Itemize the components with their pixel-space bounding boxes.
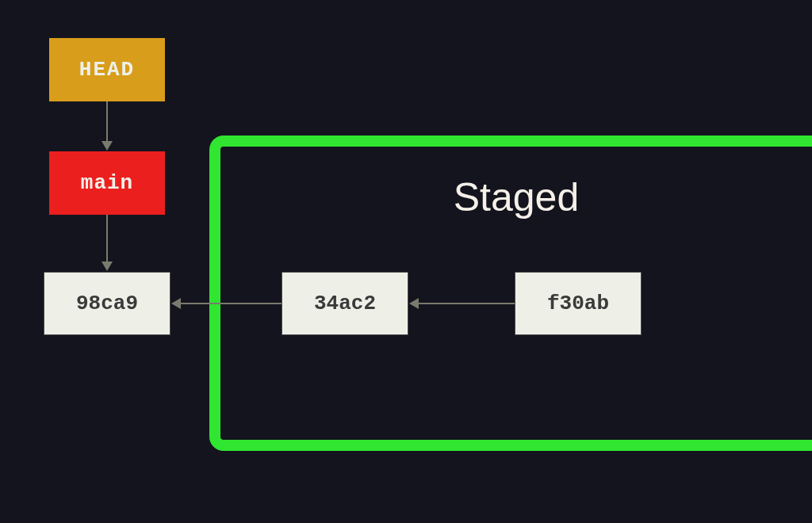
head-label: HEAD (79, 58, 135, 82)
commit-hash-2: 34ac2 (314, 292, 376, 315)
arrowhead-icon (102, 141, 113, 151)
arrow-commit3-to-commit2 (419, 303, 515, 304)
arrow-commit2-to-commit1 (181, 303, 282, 304)
commit-box-2: 34ac2 (282, 272, 408, 335)
arrow-main-to-commit1 (106, 215, 108, 262)
head-ref-box: HEAD (49, 38, 165, 101)
main-label: main (81, 171, 133, 195)
arrowhead-icon (102, 262, 113, 271)
arrow-head-to-main (106, 101, 108, 141)
commit-hash-1: 98ca9 (76, 292, 138, 315)
arrowhead-icon (171, 298, 181, 309)
commit-hash-3: f30ab (547, 292, 609, 315)
commit-box-1: 98ca9 (44, 272, 170, 335)
main-branch-box: main (49, 151, 165, 215)
arrowhead-icon (409, 298, 419, 309)
commit-box-3: f30ab (515, 272, 642, 335)
